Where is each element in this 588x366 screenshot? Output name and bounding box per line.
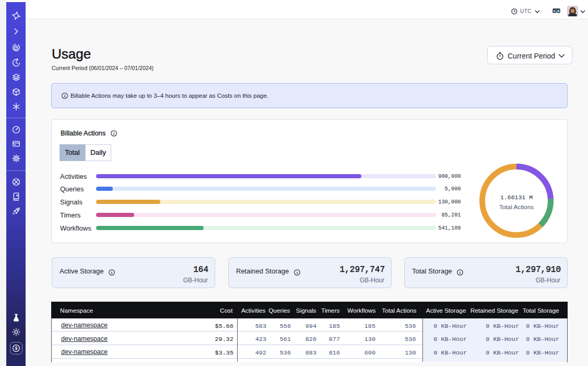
svg-text:$: $ — [15, 346, 18, 351]
